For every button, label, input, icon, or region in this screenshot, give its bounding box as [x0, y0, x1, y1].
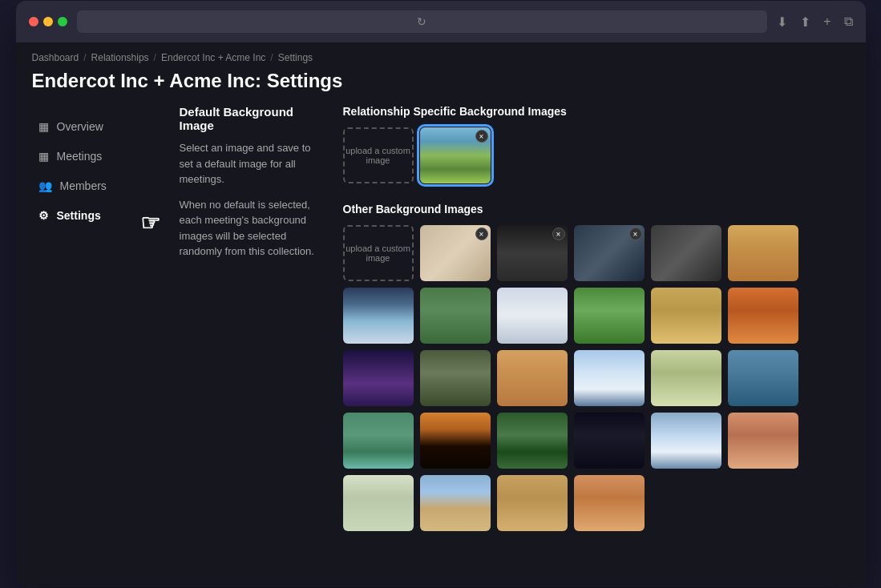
default-bg-text: Default Background Image Select an image…	[180, 105, 324, 531]
breadcrumb-company[interactable]: Endercot Inc + Acme Inc	[161, 52, 265, 63]
default-bg-right: Relationship Specific Background Images …	[343, 105, 847, 531]
remove-button-rel[interactable]: ×	[475, 130, 488, 143]
cursor-pointer: ☞	[140, 210, 160, 236]
image-tile-green-mountains[interactable]	[420, 288, 491, 344]
image-tile-island[interactable]	[343, 413, 414, 469]
image-tile-group-3[interactable]: ×	[574, 225, 645, 281]
sidebar: ▦ Overview ▦ Meetings 👥 Members ⚙ Settin…	[16, 105, 160, 587]
sidebar-item-members[interactable]: 👥 Members	[22, 171, 154, 200]
image-tile-mountain-rays[interactable]	[343, 288, 414, 344]
page-title: Endercot Inc + Acme Inc: Settings	[16, 70, 866, 105]
image-tile-orange-desert[interactable]	[728, 288, 798, 344]
image-tile-group-2[interactable]: ×	[497, 225, 568, 281]
image-tile-snowy-mountains[interactable]	[574, 350, 645, 406]
image-tile-plains-tower[interactable]	[651, 350, 721, 406]
image-tile-silhouette[interactable]	[420, 413, 491, 469]
browser-chrome: ↻ ⬇ ⬆ + ⧉	[16, 1, 866, 42]
sidebar-label-settings: Settings	[57, 209, 101, 222]
breadcrumb-sep-3: /	[270, 52, 273, 63]
image-tile-castle[interactable]	[420, 350, 491, 406]
default-bg-desc1: Select an image and save to set a defaul…	[180, 140, 324, 187]
relationship-image-grid: upload a custom image ×	[343, 127, 847, 183]
other-section: Other Background Images upload a custom …	[343, 203, 847, 531]
remove-btn-3[interactable]: ×	[629, 228, 642, 240]
default-bg-section: Default Background Image Select an image…	[180, 105, 847, 531]
app-content: Dashboard / Relationships / Endercot Inc…	[16, 42, 866, 587]
image-tile-desert-plains[interactable]	[651, 288, 721, 344]
download-icon[interactable]: ⬇	[777, 14, 787, 30]
default-bg-desc2: When no default is selected, each meetin…	[180, 197, 324, 260]
other-image-grid: upload a custom image × × ×	[343, 225, 847, 531]
image-tile-dragon-tree[interactable]	[728, 413, 798, 469]
sidebar-item-overview[interactable]: ▦ Overview	[22, 112, 154, 141]
relationship-upload-tile[interactable]: upload a custom image	[343, 127, 414, 183]
image-tile-sandy-dunes[interactable]	[497, 350, 568, 406]
image-tile-desert-1[interactable]	[728, 225, 798, 281]
image-tile-autumn-tree[interactable]	[420, 475, 491, 531]
image-tile-coastal[interactable]	[728, 350, 798, 406]
upload-label: upload a custom image	[345, 146, 412, 165]
calendar-icon: ▦	[38, 120, 49, 133]
meetings-icon: ▦	[38, 150, 49, 163]
breadcrumb-sep-1: /	[83, 52, 86, 63]
image-tile-white-mountains[interactable]	[497, 288, 568, 344]
other-upload-label: upload a custom image	[345, 244, 412, 263]
other-section-label: Other Background Images	[343, 203, 847, 215]
image-tile-group-1[interactable]: ×	[420, 225, 491, 281]
breadcrumb-sep-2: /	[154, 52, 156, 63]
breadcrumb-current: Settings	[278, 52, 313, 63]
image-tile-dark-sky[interactable]	[574, 413, 645, 469]
traffic-light-yellow[interactable]	[43, 17, 53, 26]
remove-btn-2[interactable]: ×	[552, 228, 565, 240]
relationship-section-label: Relationship Specific Background Images	[343, 105, 847, 118]
breadcrumb: Dashboard / Relationships / Endercot Inc…	[16, 42, 866, 70]
remove-btn-1[interactable]: ×	[475, 228, 488, 240]
sidebar-label-overview: Overview	[57, 120, 103, 133]
image-tile-foggy-grass[interactable]	[343, 475, 414, 531]
relationship-section: Relationship Specific Background Images …	[343, 105, 847, 183]
browser-actions: ⬇ ⬆ + ⧉	[777, 14, 852, 30]
image-tile-tropical[interactable]	[497, 413, 568, 469]
sidebar-item-settings[interactable]: ⚙ Settings ☞	[22, 201, 154, 230]
browser-window: ↻ ⬇ ⬆ + ⧉ Dashboard / Relationships / En…	[16, 1, 866, 587]
traffic-light-red[interactable]	[29, 17, 38, 26]
refresh-icon: ↻	[417, 15, 426, 28]
breadcrumb-dashboard[interactable]: Dashboard	[32, 52, 79, 63]
share-icon[interactable]: ⬆	[800, 14, 810, 30]
breadcrumb-relationships[interactable]: Relationships	[91, 52, 149, 63]
tabs-icon[interactable]: ⧉	[844, 14, 853, 30]
content-area: Default Background Image Select an image…	[160, 105, 866, 587]
gear-icon: ⚙	[38, 209, 49, 222]
sidebar-label-meetings: Meetings	[57, 150, 103, 163]
image-tile-green-hill[interactable]	[574, 288, 645, 344]
image-tile-group-4[interactable]	[651, 225, 721, 281]
sidebar-label-members: Members	[60, 179, 107, 192]
traffic-light-green[interactable]	[58, 17, 67, 26]
other-upload-tile[interactable]: upload a custom image	[343, 225, 414, 281]
image-tile-sandy-2[interactable]	[497, 475, 568, 531]
new-tab-icon[interactable]: +	[823, 14, 830, 30]
image-tile-warm-desert[interactable]	[574, 475, 645, 531]
people-icon: 👥	[38, 179, 52, 192]
address-bar[interactable]: ↻	[77, 10, 768, 33]
main-layout: ▦ Overview ▦ Meetings 👥 Members ⚙ Settin…	[16, 105, 866, 587]
image-tile-lightning[interactable]	[343, 350, 414, 406]
default-bg-title: Default Background Image	[180, 105, 324, 132]
traffic-lights	[29, 17, 67, 26]
sidebar-item-meetings[interactable]: ▦ Meetings	[22, 142, 154, 171]
relationship-image-selected[interactable]: ×	[420, 127, 491, 183]
image-tile-mountain-snow[interactable]	[651, 413, 721, 469]
